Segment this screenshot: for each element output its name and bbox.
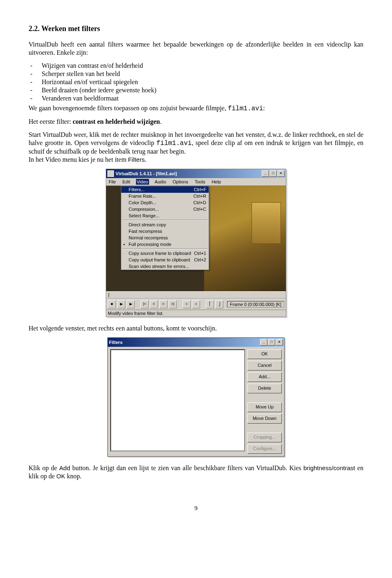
feature-list: -Wijzigen van contrast en/of helderheid-… <box>29 62 363 103</box>
play-input-button[interactable]: ▶ <box>117 300 125 308</box>
ok-button[interactable]: OK <box>247 349 282 359</box>
menu-file[interactable]: File <box>108 179 117 185</box>
window-title: VirtualDub 1.4.11 - [film1.avi] <box>116 171 262 176</box>
list-item: -Scherper stellen van het beeld <box>29 70 363 78</box>
menu-audio[interactable]: Audio <box>154 179 167 185</box>
title-bar: VirtualDub 1.4.11 - [film1.avi] _ □ × <box>106 169 286 178</box>
menu-video[interactable]: Video <box>136 179 149 185</box>
timeline-ruler[interactable] <box>106 291 286 299</box>
menu-item[interactable]: Full processing mode <box>121 241 209 248</box>
menu-bar: FileEditVideoAudioOptionsToolsHelp <box>106 178 286 186</box>
ui-term: Filters <box>128 156 145 163</box>
play-output-button[interactable]: ▶ <box>127 300 135 308</box>
next-window-paragraph: Het volgende venster, met rechts een aan… <box>29 324 363 333</box>
bold-text: contrast en helderheid wijzigen <box>73 118 160 125</box>
menu-item[interactable]: Normal recompress <box>121 234 209 241</box>
add-paragraph: Klik op de Add button. Je krijgt dan een… <box>29 464 363 480</box>
menu-options[interactable]: Options <box>172 179 189 185</box>
mark-in-button[interactable]: ⎡ <box>206 300 214 308</box>
start-paragraph: Start VirtualDub weer, klik met de recht… <box>29 131 363 164</box>
cancel-button[interactable]: Cancel <box>247 361 282 370</box>
seek-end-button[interactable]: >| <box>169 300 177 308</box>
close-button[interactable]: × <box>277 170 285 177</box>
menu-item[interactable]: Frame Rate...Ctrl+R <box>121 193 209 199</box>
list-item: -Horizontaal en/of verticaal spiegelen <box>29 78 363 86</box>
section-heading: 2.2. Werken met filters <box>29 25 363 33</box>
stop-button[interactable]: ■ <box>108 300 116 308</box>
ui-term: OK <box>56 473 65 480</box>
video-menu-dropdown: Filters...Ctrl+FFrame Rate...Ctrl+RColor… <box>121 186 209 270</box>
text: . <box>160 118 162 125</box>
key-next-button[interactable]: » <box>192 300 200 308</box>
menu-separator <box>122 248 208 249</box>
step-back-button[interactable]: < <box>150 300 158 308</box>
text: : <box>263 105 265 112</box>
add--button[interactable]: Add... <box>247 372 282 382</box>
menu-item[interactable]: Scan video stream for errors... <box>121 263 209 270</box>
text: . <box>145 156 146 163</box>
move-up-button[interactable]: Move Up <box>247 402 282 412</box>
menu-item[interactable]: Compression...Ctrl+C <box>121 206 209 212</box>
menu-help[interactable]: Help <box>211 179 222 185</box>
minimize-button[interactable]: _ <box>262 170 269 177</box>
status-bar: Modify video frame filter list. <box>106 310 286 317</box>
menu-edit[interactable]: Edit <box>122 179 131 185</box>
after-list-paragraph: We gaan bovengenoemde filters toepassen … <box>29 104 363 113</box>
video-preview <box>204 186 286 291</box>
text: We gaan bovengenoemde filters toepassen … <box>29 105 228 112</box>
video-area: Filters...Ctrl+FFrame Rate...Ctrl+RColor… <box>106 186 286 291</box>
list-item: -Wijzigen van contrast en/of helderheid <box>29 62 363 70</box>
menu-tools[interactable]: Tools <box>194 179 206 185</box>
first-filter-paragraph: Het eerste filter: contrast en helderhei… <box>29 118 363 126</box>
ui-term: brightness/contrast <box>303 464 355 471</box>
key-prev-button[interactable]: « <box>183 300 191 308</box>
close-button[interactable]: × <box>276 339 283 346</box>
seek-start-button[interactable]: |< <box>140 300 149 308</box>
text: button. Je krijgt dan een lijst te zien … <box>70 464 303 471</box>
menu-item[interactable]: Direct stream copy <box>121 221 209 228</box>
dialog-title: Filters <box>109 340 260 345</box>
step-fwd-button[interactable]: > <box>159 300 167 308</box>
move-down-button[interactable]: Move Down <box>247 414 282 424</box>
ui-term: Add <box>59 464 70 471</box>
menu-separator <box>122 220 208 221</box>
configure--button: Configure... <box>247 444 282 454</box>
list-item: -Beeld draaien (onder iedere gewenste ho… <box>29 86 363 94</box>
menu-item[interactable]: Copy output frame to clipboardCtrl+2 <box>121 257 209 263</box>
maximize-button[interactable]: □ <box>270 170 277 177</box>
dialog-buttons: OKCancelAdd...DeleteMove UpMove DownCrop… <box>247 349 282 454</box>
virtualdub-window: VirtualDub 1.4.11 - [film1.avi] _ □ × Fi… <box>106 169 286 317</box>
maximize-button[interactable]: □ <box>268 339 275 346</box>
menu-item[interactable]: Copy source frame to clipboardCtrl+1 <box>121 250 209 257</box>
text: In het Video menu kies je nu het item <box>29 156 128 163</box>
page-number: 9 <box>29 505 363 512</box>
filters-dialog: Filters _ □ × OKCancelAdd...DeleteMove U… <box>107 337 285 457</box>
menu-item[interactable]: Color Depth...Ctrl+D <box>121 199 209 206</box>
menu-item[interactable]: Fast recompress <box>121 228 209 234</box>
intro-paragraph: VirtualDub heeft een aantal filters waar… <box>29 40 363 57</box>
filename: film1.avi <box>156 140 192 147</box>
cropping--button: Cropping... <box>247 433 282 442</box>
text: Klik op de <box>29 464 59 471</box>
filename: film1.avi <box>228 105 263 112</box>
mark-out-button[interactable]: ⎦ <box>215 300 223 308</box>
text: knop. <box>65 473 82 480</box>
filter-list[interactable] <box>110 349 245 451</box>
text: Het eerste filter: <box>29 118 73 125</box>
app-icon <box>107 170 114 177</box>
list-item: -Veranderen van beeldformaat <box>29 94 363 103</box>
delete-button[interactable]: Delete <box>247 384 282 393</box>
frame-indicator: Frame 0 (0:00:00.000) [K] <box>227 301 284 308</box>
minimize-button[interactable]: _ <box>260 339 267 346</box>
menu-item[interactable]: Filters...Ctrl+F <box>121 186 209 193</box>
dialog-title-bar: Filters _ □ × <box>108 338 284 347</box>
playback-toolbar: ■ ▶ ▶ |< < > >| « » ⎡ ⎦ Frame 0 (0:00:00… <box>106 299 286 310</box>
menu-item[interactable]: Select Range... <box>121 212 209 219</box>
